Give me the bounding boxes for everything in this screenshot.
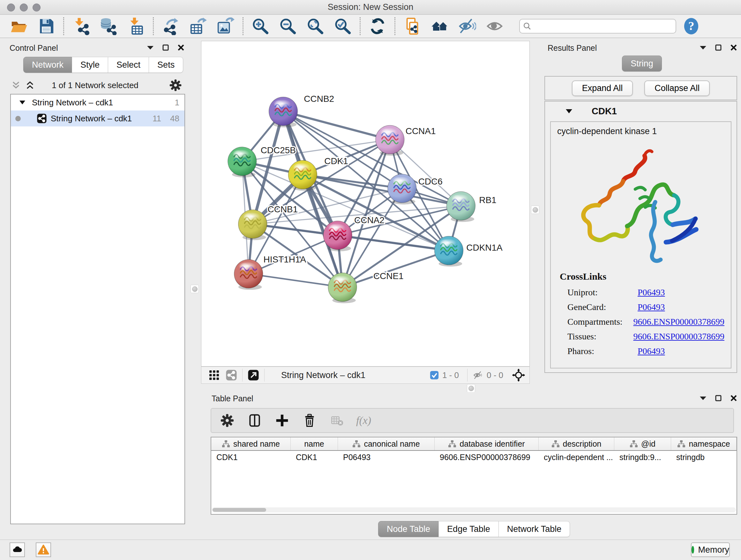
zoom-selected-button[interactable]	[332, 16, 353, 37]
zoom-out-button[interactable]	[277, 16, 298, 37]
column-header-name[interactable]: name	[291, 437, 338, 450]
tab-string[interactable]: String	[622, 56, 662, 71]
network-node-RB1[interactable]	[447, 192, 475, 220]
network-collection-label: String Network – cdk1	[32, 98, 113, 108]
network-collection-row[interactable]: String Network – cdk1 1	[11, 95, 185, 111]
panel-close-icon[interactable]	[177, 44, 185, 52]
table-settings-button[interactable]	[219, 412, 235, 429]
warnings-button[interactable]	[36, 543, 51, 557]
zoom-in-button[interactable]	[250, 16, 271, 37]
function-builder-button[interactable]: f(x)	[356, 415, 371, 427]
column-header-shared-name[interactable]: shared name	[211, 437, 291, 450]
save-session-button[interactable]	[36, 16, 57, 37]
network-node-CDC6[interactable]	[388, 174, 416, 203]
section-collapse-icon[interactable]	[565, 109, 572, 114]
export-image-button[interactable]	[215, 16, 236, 37]
tab-select[interactable]: Select	[108, 57, 149, 73]
crosslink-genecard-link[interactable]: P06493	[637, 302, 665, 312]
tab-style[interactable]: Style	[72, 57, 108, 73]
panel-close-icon[interactable]	[730, 394, 738, 402]
open-session-button[interactable]	[8, 16, 29, 37]
panel-menu-icon[interactable]	[699, 44, 707, 52]
tab-network-table[interactable]: Network Table	[498, 521, 570, 537]
first-neighbors-button[interactable]	[429, 16, 450, 37]
import-network-from-database-button[interactable]	[98, 16, 119, 37]
duplicate-network-button[interactable]	[402, 16, 423, 37]
panel-menu-icon[interactable]	[146, 44, 154, 52]
add-column-button[interactable]	[274, 412, 290, 429]
edge-count: 48	[170, 114, 179, 124]
open-in-new-window-icon[interactable]	[248, 369, 259, 381]
network-node-CCNE1[interactable]	[328, 273, 357, 302]
tab-network[interactable]: Network	[23, 57, 72, 73]
protein-section-header[interactable]: CDK1	[545, 102, 737, 121]
memory-button[interactable]: Memory	[691, 543, 730, 557]
delete-table-button[interactable]	[329, 412, 345, 429]
panel-float-icon[interactable]	[161, 44, 170, 52]
export-network-button[interactable]	[160, 16, 181, 37]
network-node-HIST1H1A[interactable]	[234, 260, 263, 288]
table-cell[interactable]: P06493	[338, 451, 434, 463]
refresh-button[interactable]	[367, 16, 388, 37]
selected-checkbox-icon[interactable]	[429, 370, 439, 380]
zoom-fit-button[interactable]	[305, 16, 326, 37]
table-row[interactable]: CDK1CDK1P064939606.ENSP00000378699cyclin…	[211, 451, 737, 463]
show-all-button[interactable]	[484, 16, 505, 37]
crosslink-tissues-link[interactable]: 9606.ENSP00000378699	[633, 331, 724, 341]
table-cell[interactable]: CDK1	[291, 451, 338, 463]
expand-all-button[interactable]: Expand All	[572, 80, 633, 96]
table-cell[interactable]: 9606.ENSP00000378699	[434, 451, 539, 463]
toolbar-separator	[264, 369, 265, 381]
column-header--id[interactable]: @id	[614, 437, 671, 450]
export-table-button[interactable]	[188, 16, 209, 37]
table-cell[interactable]: stringdb	[671, 451, 737, 463]
table-cell[interactable]: cyclin-dependent ...	[539, 451, 614, 463]
column-header-namespace[interactable]: namespace	[671, 437, 737, 450]
vertical-splitter-grip[interactable]	[191, 285, 199, 293]
birdseye-icon[interactable]	[512, 369, 525, 381]
horizontal-splitter-grip[interactable]	[467, 384, 475, 392]
collapse-all-button[interactable]: Collapse All	[644, 80, 710, 96]
network-row-selected[interactable]: String Network – cdk1 11 48	[11, 111, 185, 126]
network-node-CDKN1A[interactable]	[434, 236, 463, 265]
hidden-eye-icon[interactable]	[473, 370, 483, 381]
select-columns-button[interactable]	[246, 412, 263, 429]
search-input[interactable]	[534, 21, 672, 31]
panel-menu-icon[interactable]	[699, 394, 707, 402]
network-share-toggle-icon[interactable]	[226, 369, 237, 381]
cloud-button[interactable]	[10, 543, 25, 557]
network-node-CDC25B[interactable]	[228, 147, 257, 176]
table-cell[interactable]: CDK1	[211, 451, 291, 463]
network-edge-CDKN1A-CCNE1[interactable]	[342, 251, 449, 287]
tab-node-table[interactable]: Node Table	[378, 521, 439, 537]
grid-view-icon[interactable]	[208, 369, 220, 381]
delete-column-button[interactable]	[301, 412, 318, 429]
network-node-CCNB2[interactable]	[269, 97, 298, 126]
hide-selected-button[interactable]	[457, 16, 478, 37]
network-node-CCNA2[interactable]	[323, 221, 352, 250]
help-button[interactable]: ?	[681, 16, 702, 37]
network-node-CDK1[interactable]	[288, 160, 317, 189]
import-table-button[interactable]	[125, 16, 146, 37]
network-node-CCNB1[interactable]	[239, 210, 267, 239]
tree-expand-icon[interactable]	[19, 100, 25, 105]
tab-edge-table[interactable]: Edge Table	[439, 521, 499, 537]
crosslink-pharos-link[interactable]: P06493	[637, 346, 665, 356]
network-node-CCNA1[interactable]	[376, 125, 404, 154]
column-header-canonical-name[interactable]: canonical name	[338, 437, 434, 450]
column-header-database-identifier[interactable]: database identifier	[434, 437, 539, 450]
column-header-description[interactable]: description	[539, 437, 614, 450]
scrollbar-thumb[interactable]	[212, 508, 266, 512]
vertical-splitter-grip[interactable]	[531, 206, 539, 214]
crosslink-compartments-link[interactable]: 9606.ENSP00000378699	[633, 317, 724, 327]
table-cell[interactable]: stringdb:9...	[614, 451, 671, 463]
crosslink-row: GeneCard:P06493	[557, 300, 724, 314]
crosslink-uniprot-link[interactable]: P06493	[637, 287, 665, 298]
tab-sets[interactable]: Sets	[149, 57, 183, 73]
network-canvas[interactable]: CCNB2CCNA1CDC25BCDK1CDC6RB1CCNB1CCNA2CDK…	[201, 41, 530, 367]
panel-close-icon[interactable]	[730, 44, 738, 52]
panel-float-icon[interactable]	[714, 394, 723, 402]
import-network-from-file-button[interactable]	[71, 16, 91, 37]
panel-float-icon[interactable]	[714, 44, 723, 52]
gear-icon[interactable]	[169, 79, 182, 91]
